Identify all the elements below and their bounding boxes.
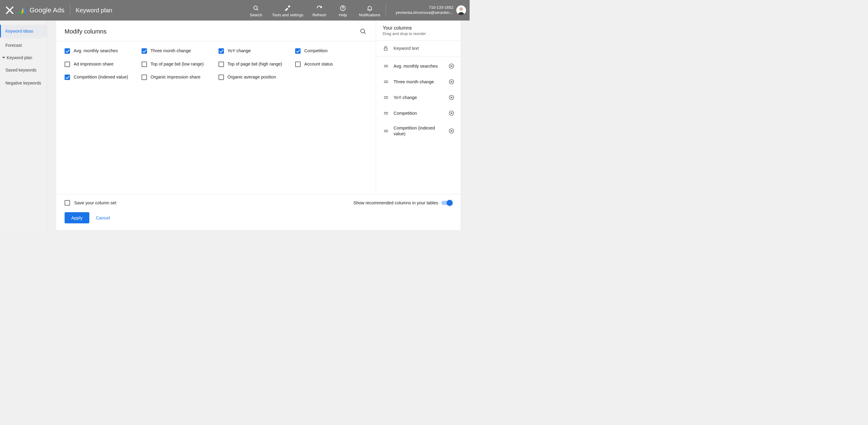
column-option[interactable]: Avg. monthly searches: [65, 48, 137, 54]
column-option[interactable]: Ad impression share: [65, 61, 137, 67]
header-notifications-label: Notifications: [359, 13, 380, 18]
nav-section-keyword-plan[interactable]: Keyword plan: [0, 52, 47, 64]
recommended-columns-label: Show recommended columns in your tables: [353, 201, 438, 205]
product-name: Google Ads: [30, 6, 65, 14]
your-column-label: YoY change: [394, 95, 444, 100]
modify-columns-title: Modify columns: [65, 28, 106, 35]
checkbox-icon: [142, 62, 147, 67]
your-columns-header: Your columns Drag and drop to reorder: [376, 21, 461, 40]
your-columns-subtitle: Drag and drop to reorder: [383, 31, 454, 36]
header-notifications-button[interactable]: Notifications: [359, 5, 380, 18]
help-icon: [340, 5, 346, 11]
page-title: Keyword plan: [76, 7, 112, 14]
checkbox-icon: [65, 74, 70, 80]
column-option-label: Avg. monthly searches: [74, 48, 118, 54]
locked-column-row: Keyword text: [376, 40, 461, 56]
wrench-icon: [284, 5, 291, 11]
your-column-label: Competition: [394, 111, 444, 116]
refresh-icon: [316, 5, 322, 11]
column-option[interactable]: Three month change: [142, 48, 214, 54]
search-icon: [360, 28, 367, 35]
nav-forecast[interactable]: Forecast: [0, 39, 47, 52]
modify-columns-panel: Modify columns Avg. monthly searchesThre…: [56, 21, 461, 230]
column-option[interactable]: Organic average position: [218, 74, 291, 80]
your-column-row[interactable]: YoY change: [376, 90, 461, 105]
side-nav: Keyword ideas Forecast Keyword plan Save…: [0, 21, 47, 230]
header-actions: Search Tools and settings Refresh Help N…: [248, 3, 380, 18]
header-refresh-button[interactable]: Refresh: [312, 5, 327, 18]
columns-grid: Avg. monthly searchesThree month changeY…: [56, 41, 376, 87]
your-column-row[interactable]: Competition (indexed value): [376, 121, 461, 141]
column-option[interactable]: Account status: [295, 61, 367, 67]
remove-column-button[interactable]: [448, 78, 455, 85]
nav-negative-keywords[interactable]: Negative keywords: [0, 77, 47, 89]
remove-column-button[interactable]: [448, 62, 455, 70]
your-columns-list: Avg. monthly searchesThree month changeY…: [376, 56, 461, 143]
column-option-label: Three month change: [151, 48, 191, 54]
drag-handle-icon[interactable]: [383, 63, 389, 69]
column-option[interactable]: Organic impression share: [142, 74, 214, 80]
column-option[interactable]: Competition (indexed value): [65, 74, 137, 80]
svg-point-1: [254, 6, 257, 10]
your-columns-pane: Your columns Drag and drop to reorder Ke…: [376, 21, 461, 194]
column-option-label: YoY change: [227, 48, 251, 54]
caret-down-icon: [2, 56, 5, 59]
remove-column-button[interactable]: [448, 127, 455, 134]
your-column-row[interactable]: Avg. monthly searches: [376, 58, 461, 74]
checkbox-icon: [65, 48, 70, 54]
column-option[interactable]: YoY change: [218, 48, 291, 54]
content-area: Modify columns Avg. monthly searchesThre…: [47, 21, 470, 230]
recommended-columns-toggle[interactable]: [441, 201, 452, 205]
avatar-icon: [456, 5, 466, 15]
svg-point-5: [459, 7, 463, 11]
cancel-button[interactable]: Cancel: [96, 215, 110, 220]
column-option-label: Organic impression share: [151, 74, 200, 80]
your-column-label: Three month change: [394, 79, 444, 85]
drag-handle-icon[interactable]: [383, 94, 389, 100]
apply-button[interactable]: Apply: [65, 212, 89, 223]
nav-saved-keywords[interactable]: Saved keywords: [0, 64, 47, 77]
checkbox-icon: [295, 48, 301, 54]
your-column-row[interactable]: Three month change: [376, 74, 461, 90]
your-column-label: Avg. monthly searches: [394, 63, 444, 69]
remove-column-button[interactable]: [448, 110, 455, 117]
your-columns-title: Your columns: [383, 25, 454, 31]
column-option[interactable]: Top of page bid (low range): [142, 61, 214, 67]
remove-column-button[interactable]: [448, 94, 455, 101]
nav-keyword-ideas[interactable]: Keyword ideas: [0, 25, 47, 37]
app-header: Google Ads Keyword plan Search Tools and…: [0, 0, 470, 21]
svg-point-6: [361, 29, 365, 33]
header-help-button[interactable]: Help: [335, 5, 350, 18]
drag-handle-icon[interactable]: [383, 110, 389, 116]
column-option-label: Account status: [304, 61, 333, 67]
lock-icon: [383, 45, 389, 51]
header-search-button[interactable]: Search: [248, 5, 264, 18]
avatar[interactable]: [456, 5, 466, 15]
column-option-label: Organic average position: [227, 74, 276, 80]
columns-search-button[interactable]: [359, 27, 367, 36]
column-option-label: Competition: [304, 48, 328, 54]
product-logo-wrap: Google Ads: [18, 6, 65, 14]
save-column-set-label: Save your column set: [74, 201, 116, 205]
account-block[interactable]: 710-133-1652 yevheniia.khromova@serankin…: [396, 5, 466, 16]
close-button[interactable]: [4, 4, 16, 16]
recommended-columns-toggle-wrap: Show recommended columns in your tables: [353, 201, 452, 205]
checkbox-icon: [142, 48, 147, 54]
header-tools-button[interactable]: Tools and settings: [272, 5, 303, 18]
header-tools-label: Tools and settings: [272, 13, 303, 18]
drag-handle-icon[interactable]: [383, 79, 389, 85]
save-column-set-checkbox[interactable]: Save your column set: [65, 200, 116, 206]
column-option[interactable]: Top of page bid (high range): [218, 61, 291, 67]
your-column-row[interactable]: Competition: [376, 105, 461, 121]
header-search-label: Search: [250, 13, 262, 18]
bell-icon: [366, 5, 373, 11]
column-option-label: Top of page bid (high range): [227, 61, 282, 67]
header-divider-2: [386, 5, 386, 16]
header-refresh-label: Refresh: [312, 13, 326, 18]
drag-handle-icon[interactable]: [383, 128, 389, 134]
nav-divider: [7, 38, 41, 38]
column-option-label: Competition (indexed value): [74, 74, 128, 80]
header-divider: [70, 5, 70, 16]
column-option[interactable]: Competition: [295, 48, 367, 54]
panel-footer: Save your column set Show recommended co…: [56, 194, 461, 230]
